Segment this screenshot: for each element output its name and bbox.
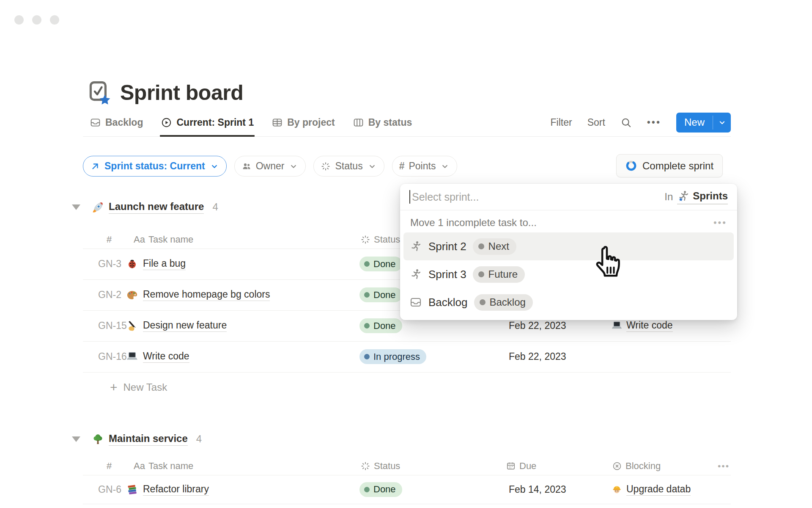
option-label: Backlog (428, 296, 468, 309)
new-button[interactable]: New (676, 113, 713, 133)
status-cell[interactable]: Done (359, 248, 402, 279)
tab-backlog[interactable]: Backlog (90, 111, 143, 136)
option-label: Sprint 3 (428, 268, 466, 281)
table-row[interactable]: GN-6 Refactor library Done Feb 14, 2023 … (83, 475, 731, 504)
inbox-icon (409, 296, 422, 309)
tab-current-sprint[interactable]: Current: Sprint 1 (161, 111, 254, 136)
popup-more-button[interactable]: ••• (713, 217, 727, 228)
status-dot-icon (364, 292, 370, 298)
sprints-location-link[interactable]: Sprints (677, 190, 728, 204)
status-badge: Done (359, 482, 402, 497)
sprint-option-sprint-2[interactable]: Sprint 2 Next (403, 232, 734, 260)
sprint-search-input[interactable]: Select sprint... (412, 191, 664, 203)
task-id: GN-6 (98, 475, 121, 504)
group-title[interactable]: Maintain service (109, 433, 188, 446)
ladybug-icon (126, 258, 138, 270)
status-cell[interactable]: In progress (359, 341, 426, 372)
column-header-status[interactable]: Status (360, 457, 400, 475)
column-header-name[interactable]: Aa Task name (134, 231, 193, 248)
circle-x-icon (612, 461, 622, 471)
chevron-down-icon (440, 161, 450, 171)
sprint-status-filter-chip[interactable]: Sprint status: Current (83, 156, 227, 177)
task-name-cell[interactable]: Design new feature (126, 310, 227, 341)
palette-icon (126, 289, 138, 301)
task-id: GN-15 (98, 310, 127, 341)
chip-label: Sprint status: Current (104, 160, 205, 172)
sprint-board-page: Sprint board Backlog Current: Sprint 1 B… (0, 0, 812, 508)
status-cell[interactable]: Done (359, 475, 402, 504)
hash-icon: # (399, 160, 405, 172)
tree-icon (91, 432, 105, 446)
task-name[interactable]: File a bug (143, 258, 186, 270)
owner-filter-chip[interactable]: Owner (234, 156, 306, 177)
sprint-status-tag: Next (473, 238, 516, 255)
column-header-id[interactable]: # (107, 457, 112, 475)
table-row[interactable]: GN-16 Write code In progress Feb 22, 202… (83, 341, 731, 373)
column-header-id[interactable]: # (107, 231, 112, 248)
task-name-cell[interactable]: File a bug (126, 248, 186, 279)
chip-label: Owner (256, 160, 285, 172)
task-name-cell[interactable]: Remove homepage bg colors (126, 279, 270, 310)
group-header-maintain-service: Maintain service 4 (72, 429, 202, 449)
blocking-cell[interactable]: Upgrade datab (611, 475, 691, 504)
column-header-blocking[interactable]: Blocking (612, 457, 661, 475)
filter-button[interactable]: Filter (551, 117, 572, 128)
play-circle-icon (161, 117, 172, 128)
filter-chip-row: Sprint status: Current Owner Status # Po… (83, 156, 457, 177)
new-task-button[interactable]: + New Task (83, 372, 731, 403)
window-close-button[interactable] (14, 15, 24, 25)
search-icon[interactable] (620, 117, 632, 128)
collapse-toggle-icon[interactable] (72, 436, 80, 442)
sprint-option-sprint-3[interactable]: Sprint 3 Future (403, 260, 734, 288)
runner-icon (409, 268, 422, 281)
status-badge: In progress (359, 349, 426, 364)
progress-burst-icon (321, 161, 331, 171)
tab-by-project[interactable]: By project (272, 111, 335, 136)
group-count: 4 (196, 433, 202, 445)
task-name[interactable]: Remove homepage bg colors (143, 289, 270, 301)
blocking-task[interactable]: Upgrade datab (626, 483, 691, 496)
task-name-cell[interactable]: Write code (126, 341, 189, 372)
tab-label: Backlog (105, 117, 143, 128)
window-minimize-button[interactable] (32, 15, 41, 25)
group-header-launch-new-feature: Launch new feature 4 (72, 197, 218, 217)
worker-icon (611, 484, 623, 495)
more-options-button[interactable]: ••• (647, 117, 661, 128)
group-count: 4 (212, 201, 218, 213)
column-header-name[interactable]: Aa Task name (134, 457, 193, 475)
column-header-due[interactable]: Due (506, 457, 536, 475)
new-task-label: New Task (123, 381, 167, 393)
option-label: Sprint 2 (428, 240, 466, 253)
task-name[interactable]: Design new feature (143, 320, 227, 332)
status-badge: Done (359, 257, 402, 271)
column-header-more[interactable]: ••• (718, 457, 730, 475)
sprints-label[interactable]: Sprints (693, 190, 728, 202)
sprint-option-backlog[interactable]: Backlog Backlog (403, 288, 734, 316)
due-date[interactable]: Feb 14, 2023 (509, 475, 566, 504)
sort-button[interactable]: Sort (587, 117, 605, 128)
status-cell[interactable]: Done (359, 279, 402, 310)
task-name-cell[interactable]: Refactor library (126, 475, 209, 504)
new-dropdown-button[interactable] (713, 113, 731, 133)
window-controls[interactable] (14, 15, 59, 25)
points-filter-chip[interactable]: # Points (392, 156, 458, 177)
tab-label: Current: Sprint 1 (176, 117, 254, 128)
tab-by-status[interactable]: By status (353, 111, 412, 136)
view-toolbar: Filter Sort ••• New (551, 111, 731, 136)
status-badge: Done (359, 318, 402, 333)
status-filter-chip[interactable]: Status (313, 156, 384, 177)
group-title[interactable]: Launch new feature (109, 201, 204, 214)
collapse-toggle-icon[interactable] (72, 204, 80, 210)
checkbox-star-icon[interactable] (89, 81, 112, 105)
task-id: GN-16 (98, 341, 127, 372)
task-name[interactable]: Write code (143, 351, 189, 363)
window-zoom-button[interactable] (50, 15, 59, 25)
status-cell[interactable]: Done (359, 310, 402, 341)
column-header-status[interactable]: Status (360, 231, 400, 248)
due-date[interactable]: Feb 22, 2023 (509, 341, 566, 372)
tag-dot-icon (480, 299, 486, 305)
blocking-task[interactable]: Write code (626, 320, 673, 332)
task-name[interactable]: Refactor library (143, 483, 209, 496)
status-dot-icon (364, 323, 370, 329)
complete-sprint-button[interactable]: Complete sprint (616, 154, 723, 177)
